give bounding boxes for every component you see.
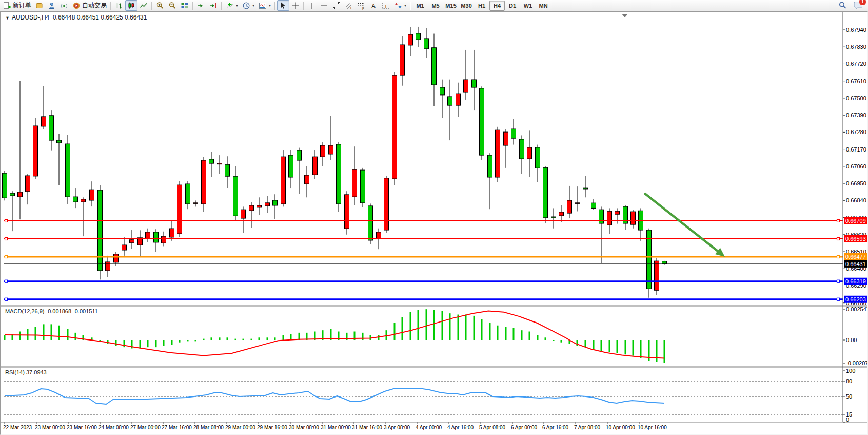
toolbar-button-tile-windows[interactable] xyxy=(179,0,191,11)
templates-icon xyxy=(259,2,267,10)
toolbar-button-signals[interactable] xyxy=(58,0,70,11)
toolbar-button-search[interactable] xyxy=(836,0,849,11)
svg-text:0.67720: 0.67720 xyxy=(846,61,866,67)
svg-text:4 Apr 00:00: 4 Apr 00:00 xyxy=(416,425,442,430)
hline-0.66203[interactable] xyxy=(4,298,843,300)
toolbar-button-candlestick-chart[interactable] xyxy=(125,0,137,11)
toolbar-button-auto-scroll[interactable] xyxy=(195,0,207,11)
line-handle[interactable] xyxy=(5,255,8,258)
svg-text:50: 50 xyxy=(846,393,852,400)
svg-text:6 Apr 16:00: 6 Apr 16:00 xyxy=(542,425,569,430)
notification-badge[interactable]: 1 xyxy=(859,0,866,6)
toolbar-button-new-order[interactable]: 新订单 xyxy=(1,0,33,11)
trend-arrow-annotation[interactable] xyxy=(644,193,725,257)
auto-scroll-icon xyxy=(197,2,205,10)
toolbar-button-cursor[interactable] xyxy=(277,0,289,11)
line-handle[interactable] xyxy=(837,219,840,222)
line-handle[interactable] xyxy=(5,219,8,222)
timeframe-button-m5[interactable]: M5 xyxy=(428,1,443,11)
svg-text:3 Apr 08:00: 3 Apr 08:00 xyxy=(384,425,410,430)
market-watch-icon xyxy=(35,2,44,10)
svg-text:30 Mar 08:00: 30 Mar 08:00 xyxy=(289,425,319,430)
hline-0.66319[interactable] xyxy=(4,280,843,282)
svg-text:0.67830: 0.67830 xyxy=(846,44,866,50)
svg-text:0.66477: 0.66477 xyxy=(845,254,866,260)
toolbar-button-equidistant-channel[interactable]: E xyxy=(343,0,355,11)
rsi-indicator xyxy=(4,381,843,414)
toolbar-separator xyxy=(221,2,222,10)
candlestick-icon xyxy=(127,2,135,10)
bar-chart-icon xyxy=(115,2,123,10)
line-handle[interactable] xyxy=(5,298,8,300)
toolbar-button-zoom-out[interactable] xyxy=(166,0,179,11)
toolbar-button-crosshair[interactable] xyxy=(289,0,302,11)
svg-text:7 Apr 08:00: 7 Apr 08:00 xyxy=(574,425,601,430)
svg-text:22 Mar 2023: 22 Mar 2023 xyxy=(3,425,32,430)
chevron-down-icon[interactable]: ▾ xyxy=(404,3,406,8)
line-chart-icon xyxy=(140,2,148,10)
chart-title[interactable]: ▼AUDUSD-,H4 0.66448 0.66451 0.66425 0.66… xyxy=(5,14,147,21)
toolbar-button-market-watch[interactable] xyxy=(33,0,46,11)
timeframe-button-d1[interactable]: D1 xyxy=(505,1,520,11)
cursor-icon xyxy=(279,2,287,10)
toolbar-button-line-chart[interactable] xyxy=(137,0,150,11)
chevron-down-icon[interactable]: ▾ xyxy=(236,3,238,8)
svg-text:29 Mar 16:00: 29 Mar 16:00 xyxy=(257,425,287,430)
timeframe-button-m1[interactable]: M1 xyxy=(412,1,428,11)
toolbar-button-arrows[interactable]: ▾ xyxy=(392,0,408,11)
toolbar-button-periods[interactable]: ▾ xyxy=(240,0,257,11)
svg-text:10 Apr 00:00: 10 Apr 00:00 xyxy=(606,425,635,430)
search-icon xyxy=(838,2,846,10)
toolbar-separator xyxy=(151,2,152,10)
toolbar-button-trendline[interactable] xyxy=(330,0,343,11)
toolbar-button-bar-chart[interactable] xyxy=(113,0,125,11)
zoom-in-icon xyxy=(156,2,164,10)
chart-canvas[interactable]: 0.679400.678300.677200.676100.675000.673… xyxy=(1,12,867,434)
svg-text:0.67170: 0.67170 xyxy=(846,146,866,153)
line-handle[interactable] xyxy=(5,237,8,240)
svg-text:0.66840: 0.66840 xyxy=(846,197,866,203)
chart-shift-marker[interactable] xyxy=(622,14,628,17)
chevron-down-icon[interactable]: ▾ xyxy=(269,3,271,8)
toolbar-button-label: 新订单 xyxy=(13,1,31,10)
time-axis[interactable]: 22 Mar 202323 Mar 00:0023 Mar 16:0024 Ma… xyxy=(3,422,667,430)
hline-0.66709[interactable] xyxy=(4,219,843,222)
price-tag-0.66319: 0.66319 xyxy=(844,278,867,285)
timeframe-button-w1[interactable]: W1 xyxy=(520,1,536,11)
timeframe-button-m30[interactable]: M30 xyxy=(459,1,474,11)
timeframe-button-h4[interactable]: H4 xyxy=(489,1,505,11)
svg-text:0: 0 xyxy=(846,417,849,423)
auto-trading-icon xyxy=(72,2,81,10)
svg-text:23 Mar 16:00: 23 Mar 16:00 xyxy=(67,425,97,430)
timeframe-button-m15[interactable]: M15 xyxy=(443,1,459,11)
svg-text:27 Mar 16:00: 27 Mar 16:00 xyxy=(162,425,192,430)
rsi-label: RSI(14) 37.0943 xyxy=(5,369,47,375)
toolbar-button-vertical-line[interactable] xyxy=(306,0,318,11)
horizontal-line-icon xyxy=(320,2,328,10)
symbol-dropdown-icon[interactable]: ▼ xyxy=(5,15,10,21)
metatrader-window: 新订单自动交易▾▾▾EFAT▾M1M5M15M30H1H4D1W1MN 1 ▼A… xyxy=(0,0,868,435)
hline-0.66477[interactable] xyxy=(4,255,843,258)
timeframe-button-mn[interactable]: MN xyxy=(536,1,551,11)
toolbar-button-indicators[interactable]: ▾ xyxy=(224,0,240,11)
toolbar-button-chat[interactable]: 1 xyxy=(852,0,864,11)
toolbar-button-horizontal-line[interactable] xyxy=(318,0,330,11)
toolbar-button-auto-trading[interactable]: 自动交易 xyxy=(70,0,109,11)
toolbar-button-zoom-in[interactable] xyxy=(154,0,166,11)
line-handle[interactable] xyxy=(5,280,8,282)
toolbar-button-chart-shift[interactable] xyxy=(207,0,220,11)
line-handle[interactable] xyxy=(837,237,840,240)
new-order-icon xyxy=(3,2,11,10)
toolbar-button-templates[interactable]: ▾ xyxy=(257,0,273,11)
toolbar-button-text-label[interactable]: T xyxy=(380,0,392,11)
chevron-down-icon[interactable]: ▾ xyxy=(252,3,254,8)
toolbar-button-data-window[interactable] xyxy=(46,0,58,11)
price-axis[interactable]: 0.679400.678300.677200.676100.675000.673… xyxy=(843,27,867,423)
line-handle[interactable] xyxy=(837,298,840,300)
toolbar-button-text[interactable]: A xyxy=(367,0,380,11)
line-handle[interactable] xyxy=(837,280,840,282)
svg-text:23 Mar 00:00: 23 Mar 00:00 xyxy=(35,425,65,430)
toolbar-button-fibonacci[interactable]: F xyxy=(355,0,367,11)
timeframe-button-h1[interactable]: H1 xyxy=(474,1,489,11)
line-handle[interactable] xyxy=(837,255,840,258)
